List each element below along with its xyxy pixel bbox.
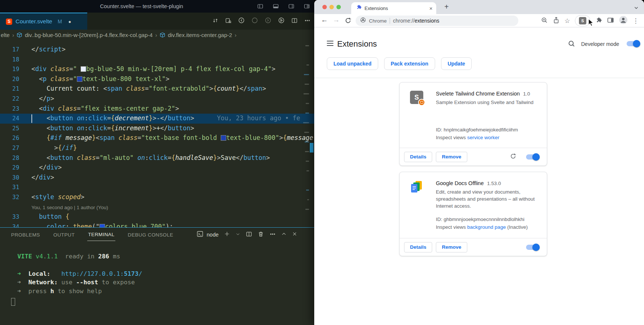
code-line: 24 <button on:click={decrement}>-</butto… — [0, 114, 314, 124]
divider — [314, 78, 644, 78]
toggle-panel-icon[interactable] — [257, 3, 263, 11]
line-number: 32 — [0, 193, 19, 202]
chrome-window: Extensions × + ← → Chrome chrome://exten… — [314, 0, 644, 325]
url-host: extensions — [414, 18, 439, 24]
tab-problems[interactable]: PROBLEMS — [10, 229, 41, 241]
details-button[interactable]: Details — [404, 242, 432, 252]
bookmark-star-icon[interactable]: ☆ — [565, 17, 570, 25]
new-tab-button[interactable]: + — [444, 3, 449, 11]
terminal-line: ➜ press h to show help — [10, 287, 314, 295]
inactive-label: (Inactive) — [507, 224, 528, 230]
split-terminal-icon[interactable] — [246, 231, 252, 239]
terminal-shell-label[interactable]: node — [207, 232, 218, 238]
tab-output[interactable]: OUTPUT — [52, 229, 75, 241]
omnibox-divider — [390, 18, 390, 24]
code-line: 22 </p> — [0, 94, 314, 104]
svelte-extension-icon: S — [579, 17, 586, 24]
developer-mode-label: Developer mode — [581, 41, 619, 47]
line-number: 28 — [0, 154, 19, 163]
panel-more-icon[interactable] — [270, 231, 276, 239]
minimap[interactable] — [302, 40, 314, 227]
reload-button[interactable] — [345, 17, 352, 26]
tab-search-chevron-icon[interactable] — [634, 5, 639, 12]
side-panel-icon[interactable] — [607, 17, 614, 25]
customize-layout-icon[interactable] — [304, 3, 310, 11]
tab-terminal[interactable]: TERMINAL — [87, 228, 115, 241]
window-title: Counter.svelte — test-svelte-plugin — [0, 0, 283, 13]
browser-menu-icon[interactable]: ⋮ — [633, 17, 639, 25]
code-line: 29 </div> — [0, 163, 314, 173]
code-line: 23 <div class="flex items-center gap-2"> — [0, 104, 314, 114]
close-window-button[interactable] — [322, 5, 327, 9]
close-tab-icon[interactable]: × — [429, 5, 433, 11]
remove-button[interactable]: Remove — [436, 242, 467, 252]
line-number: 24 — [0, 114, 19, 124]
reload-extension-icon[interactable] — [510, 153, 516, 161]
split-editor-icon[interactable] — [291, 17, 298, 25]
load-unpacked-button[interactable]: Load unpacked — [327, 57, 378, 70]
fullscreen-window-button[interactable] — [336, 5, 341, 9]
code-line: 18 — [0, 55, 314, 65]
extensions-puzzle-icon[interactable] — [595, 17, 602, 25]
run-file-icon[interactable] — [278, 17, 285, 25]
terminal-output[interactable]: VITE v4.1.1 ready in 286 ms ➜ Local: htt… — [0, 242, 314, 295]
open-preview-icon[interactable] — [225, 17, 231, 25]
breadcrumb-element-1[interactable]: div..bg-blue-50.min-w-[20rem].p-4.flex.f… — [25, 32, 153, 38]
search-icon[interactable] — [568, 40, 575, 49]
editor-tab-counter-svelte[interactable]: S Counter.svelte M ● — [0, 13, 87, 30]
service-worker-link[interactable]: service worker — [467, 135, 499, 140]
line-number: 21 — [0, 84, 19, 94]
line-number: 23 — [0, 104, 19, 114]
pack-extension-button[interactable]: Pack extension — [384, 57, 435, 70]
line-number: 27 — [0, 144, 19, 153]
browser-tab-extensions[interactable]: Extensions × — [351, 2, 436, 14]
code-editor[interactable]: 17</script>1819<div class=" bg-blue-50 m… — [0, 40, 314, 227]
close-panel-icon[interactable] — [292, 231, 297, 238]
svelte-file-icon: S — [6, 19, 12, 25]
profile-avatar[interactable] — [619, 16, 628, 26]
breadcrumb-element-2[interactable]: div.flex.items-center.gap-2 — [168, 32, 232, 38]
minimap-scroll-indicator — [310, 143, 313, 153]
tab-debug-console[interactable]: DEBUG CONSOLE — [127, 229, 174, 241]
code-line: 30</div> — [0, 173, 314, 183]
new-terminal-icon[interactable] — [224, 231, 230, 238]
url-text[interactable]: chrome://extensions — [393, 17, 439, 24]
terminal-line — [10, 261, 314, 269]
details-button[interactable]: Details — [404, 152, 432, 162]
forward-button: → — [333, 16, 340, 24]
update-button[interactable]: Update — [441, 57, 472, 70]
more-actions-icon[interactable] — [304, 17, 311, 25]
nav-circle-icon — [251, 17, 258, 25]
menu-hamburger-icon[interactable] — [327, 41, 333, 46]
code-line: 31 — [0, 182, 314, 192]
code-line: 32<style scoped> — [0, 192, 314, 202]
unsaved-dot-icon[interactable]: ● — [68, 19, 71, 24]
extensions-page: Extensions Developer mode Load unpacked … — [314, 27, 644, 325]
breadcrumb-file[interactable]: elte — [1, 32, 10, 38]
developer-mode-toggle[interactable] — [627, 41, 640, 46]
address-bar[interactable]: Chrome chrome://extensions — [356, 16, 518, 26]
symbol-cube-icon — [160, 32, 165, 38]
extension-enabled-toggle[interactable] — [526, 245, 539, 250]
vscode-tabbar: S Counter.svelte M ● — [0, 13, 314, 30]
share-icon[interactable] — [553, 17, 560, 25]
terminal-dropdown-icon[interactable] — [235, 231, 240, 238]
symbol-cube-icon — [17, 32, 22, 38]
line-number: 20 — [0, 75, 19, 84]
git-lens-annotation: You, 1 second ago | 1 author (You) — [0, 202, 314, 212]
extension-enabled-toggle[interactable] — [526, 154, 539, 160]
zoom-icon[interactable] — [541, 17, 548, 25]
terminal-cursor — [11, 298, 15, 306]
kill-terminal-icon[interactable] — [258, 231, 264, 239]
back-button[interactable]: ← — [321, 16, 328, 24]
extension-id: ID: hnplmcaikgfoehmeiejokedfificiihm — [436, 126, 518, 134]
terminal-line: VITE v4.1.1 ready in 286 ms — [10, 252, 314, 261]
remove-button[interactable]: Remove — [436, 152, 467, 162]
toggle-bottom-panel-icon[interactable] — [273, 3, 279, 11]
nav-back-icon[interactable] — [238, 17, 245, 25]
compare-changes-icon[interactable] — [212, 17, 218, 25]
minimize-window-button[interactable] — [329, 5, 334, 9]
toggle-secondary-sidebar-icon[interactable] — [288, 3, 294, 11]
maximize-panel-icon[interactable] — [281, 231, 287, 238]
background-page-link[interactable]: background page — [467, 224, 506, 230]
